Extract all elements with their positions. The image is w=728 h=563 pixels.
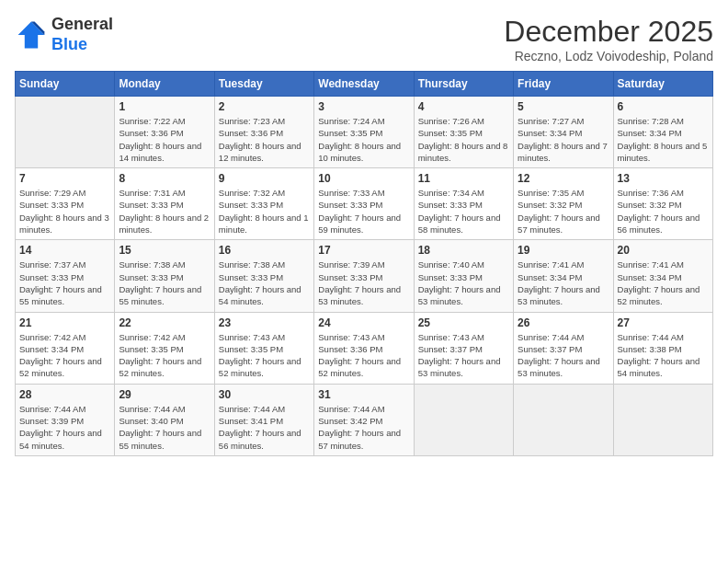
calendar-week-row: 7Sunrise: 7:29 AM Sunset: 3:33 PM Daylig… <box>16 168 713 240</box>
calendar-cell: 25Sunrise: 7:43 AM Sunset: 3:37 PM Dayli… <box>414 312 513 384</box>
day-number: 1 <box>119 100 210 113</box>
calendar-cell: 1Sunrise: 7:22 AM Sunset: 3:36 PM Daylig… <box>115 97 214 168</box>
logo-text: General Blue <box>51 15 113 54</box>
calendar-cell: 10Sunrise: 7:33 AM Sunset: 3:33 PM Dayli… <box>314 168 414 240</box>
calendar-cell: 27Sunrise: 7:44 AM Sunset: 3:38 PM Dayli… <box>613 312 712 384</box>
day-info: Sunrise: 7:29 AM Sunset: 3:33 PM Dayligh… <box>19 187 110 236</box>
day-info: Sunrise: 7:44 AM Sunset: 3:40 PM Dayligh… <box>119 403 210 452</box>
calendar-cell <box>514 384 613 455</box>
calendar-cell: 22Sunrise: 7:42 AM Sunset: 3:35 PM Dayli… <box>115 312 214 384</box>
calendar-cell: 11Sunrise: 7:34 AM Sunset: 3:33 PM Dayli… <box>414 168 513 240</box>
calendar-table: SundayMondayTuesdayWednesdayThursdayFrid… <box>15 71 713 456</box>
day-info: Sunrise: 7:44 AM Sunset: 3:41 PM Dayligh… <box>219 403 310 452</box>
calendar-cell: 7Sunrise: 7:29 AM Sunset: 3:33 PM Daylig… <box>16 168 115 240</box>
weekday-header-saturday: Saturday <box>613 72 712 97</box>
day-number: 2 <box>219 100 310 113</box>
day-info: Sunrise: 7:31 AM Sunset: 3:33 PM Dayligh… <box>119 187 210 236</box>
weekday-header-tuesday: Tuesday <box>214 72 313 97</box>
weekday-header-row: SundayMondayTuesdayWednesdayThursdayFrid… <box>16 72 713 97</box>
day-info: Sunrise: 7:38 AM Sunset: 3:33 PM Dayligh… <box>219 259 310 307</box>
logo-general-text: General <box>51 15 113 33</box>
day-info: Sunrise: 7:23 AM Sunset: 3:36 PM Dayligh… <box>219 115 310 164</box>
logo: General Blue <box>15 15 113 54</box>
calendar-cell: 13Sunrise: 7:36 AM Sunset: 3:32 PM Dayli… <box>613 168 712 240</box>
calendar-cell: 30Sunrise: 7:44 AM Sunset: 3:41 PM Dayli… <box>214 384 313 455</box>
day-info: Sunrise: 7:37 AM Sunset: 3:33 PM Dayligh… <box>19 259 110 307</box>
day-info: Sunrise: 7:32 AM Sunset: 3:33 PM Dayligh… <box>219 187 310 236</box>
calendar-cell: 23Sunrise: 7:43 AM Sunset: 3:35 PM Dayli… <box>214 312 313 384</box>
day-info: Sunrise: 7:38 AM Sunset: 3:33 PM Dayligh… <box>119 259 210 307</box>
calendar-cell <box>16 97 115 168</box>
calendar-cell: 5Sunrise: 7:27 AM Sunset: 3:34 PM Daylig… <box>514 97 613 168</box>
calendar-cell: 18Sunrise: 7:40 AM Sunset: 3:33 PM Dayli… <box>414 240 513 312</box>
title-section: December 2025 Reczno, Lodz Voivodeship, … <box>504 15 713 63</box>
calendar-cell: 8Sunrise: 7:31 AM Sunset: 3:33 PM Daylig… <box>115 168 214 240</box>
day-number: 19 <box>518 244 609 257</box>
day-number: 13 <box>618 172 709 185</box>
day-info: Sunrise: 7:27 AM Sunset: 3:34 PM Dayligh… <box>518 115 609 164</box>
day-number: 22 <box>119 316 210 329</box>
calendar-cell: 9Sunrise: 7:32 AM Sunset: 3:33 PM Daylig… <box>214 168 313 240</box>
day-number: 11 <box>418 172 509 185</box>
day-info: Sunrise: 7:44 AM Sunset: 3:37 PM Dayligh… <box>518 331 609 380</box>
day-number: 3 <box>318 100 409 113</box>
calendar-cell <box>414 384 513 455</box>
day-number: 14 <box>19 244 110 257</box>
day-number: 29 <box>119 388 210 401</box>
calendar-cell: 15Sunrise: 7:38 AM Sunset: 3:33 PM Dayli… <box>115 240 214 312</box>
calendar-cell: 28Sunrise: 7:44 AM Sunset: 3:39 PM Dayli… <box>16 384 115 455</box>
month-title: December 2025 <box>504 15 713 49</box>
calendar-cell: 12Sunrise: 7:35 AM Sunset: 3:32 PM Dayli… <box>514 168 613 240</box>
day-info: Sunrise: 7:34 AM Sunset: 3:33 PM Dayligh… <box>418 187 509 236</box>
calendar-week-row: 14Sunrise: 7:37 AM Sunset: 3:33 PM Dayli… <box>16 240 713 312</box>
weekday-header-sunday: Sunday <box>16 72 115 97</box>
day-info: Sunrise: 7:35 AM Sunset: 3:32 PM Dayligh… <box>518 187 609 236</box>
day-info: Sunrise: 7:36 AM Sunset: 3:32 PM Dayligh… <box>618 187 709 236</box>
calendar-cell: 2Sunrise: 7:23 AM Sunset: 3:36 PM Daylig… <box>214 97 313 168</box>
calendar-week-row: 21Sunrise: 7:42 AM Sunset: 3:34 PM Dayli… <box>16 312 713 384</box>
day-info: Sunrise: 7:44 AM Sunset: 3:39 PM Dayligh… <box>19 403 110 452</box>
calendar-cell: 16Sunrise: 7:38 AM Sunset: 3:33 PM Dayli… <box>214 240 313 312</box>
logo-blue-text: Blue <box>51 35 87 53</box>
day-number: 20 <box>618 244 709 257</box>
day-number: 16 <box>219 244 310 257</box>
calendar-cell: 4Sunrise: 7:26 AM Sunset: 3:35 PM Daylig… <box>414 97 513 168</box>
day-number: 9 <box>219 172 310 185</box>
weekday-header-monday: Monday <box>115 72 214 97</box>
day-info: Sunrise: 7:42 AM Sunset: 3:34 PM Dayligh… <box>19 331 110 380</box>
page-header: General Blue December 2025 Reczno, Lodz … <box>15 15 713 63</box>
day-number: 25 <box>418 316 509 329</box>
day-info: Sunrise: 7:24 AM Sunset: 3:35 PM Dayligh… <box>318 115 409 164</box>
day-number: 15 <box>119 244 210 257</box>
day-info: Sunrise: 7:33 AM Sunset: 3:33 PM Dayligh… <box>318 187 409 236</box>
day-info: Sunrise: 7:26 AM Sunset: 3:35 PM Dayligh… <box>418 115 509 164</box>
calendar-cell: 17Sunrise: 7:39 AM Sunset: 3:33 PM Dayli… <box>314 240 414 312</box>
logo-icon <box>15 18 48 52</box>
calendar-cell: 21Sunrise: 7:42 AM Sunset: 3:34 PM Dayli… <box>16 312 115 384</box>
day-number: 27 <box>618 316 709 329</box>
day-info: Sunrise: 7:43 AM Sunset: 3:36 PM Dayligh… <box>318 331 409 380</box>
day-info: Sunrise: 7:41 AM Sunset: 3:34 PM Dayligh… <box>518 259 609 307</box>
day-info: Sunrise: 7:40 AM Sunset: 3:33 PM Dayligh… <box>418 259 509 307</box>
calendar-cell: 19Sunrise: 7:41 AM Sunset: 3:34 PM Dayli… <box>514 240 613 312</box>
day-info: Sunrise: 7:44 AM Sunset: 3:38 PM Dayligh… <box>618 331 709 380</box>
day-number: 6 <box>618 100 709 113</box>
day-number: 17 <box>318 244 409 257</box>
calendar-cell: 24Sunrise: 7:43 AM Sunset: 3:36 PM Dayli… <box>314 312 414 384</box>
weekday-header-thursday: Thursday <box>414 72 513 97</box>
calendar-cell: 29Sunrise: 7:44 AM Sunset: 3:40 PM Dayli… <box>115 384 214 455</box>
day-number: 21 <box>19 316 110 329</box>
day-number: 30 <box>219 388 310 401</box>
day-number: 7 <box>19 172 110 185</box>
calendar-cell: 6Sunrise: 7:28 AM Sunset: 3:34 PM Daylig… <box>613 97 712 168</box>
weekday-header-wednesday: Wednesday <box>314 72 414 97</box>
day-number: 8 <box>119 172 210 185</box>
calendar-cell: 31Sunrise: 7:44 AM Sunset: 3:42 PM Dayli… <box>314 384 414 455</box>
calendar-week-row: 28Sunrise: 7:44 AM Sunset: 3:39 PM Dayli… <box>16 384 713 455</box>
svg-marker-0 <box>18 21 45 48</box>
day-number: 24 <box>318 316 409 329</box>
day-number: 5 <box>518 100 609 113</box>
calendar-cell: 20Sunrise: 7:41 AM Sunset: 3:34 PM Dayli… <box>613 240 712 312</box>
location-text: Reczno, Lodz Voivodeship, Poland <box>504 49 713 63</box>
day-info: Sunrise: 7:39 AM Sunset: 3:33 PM Dayligh… <box>318 259 409 307</box>
